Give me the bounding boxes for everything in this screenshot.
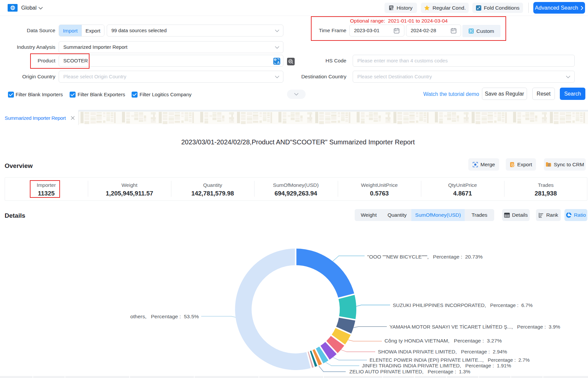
svg-text:SUZUKI PHILIPPINES INCORPORATE: SUZUKI PHILIPPINES INCORPORATED, Percent… bbox=[393, 302, 533, 308]
svg-text:Công ty HONDA VIETNAM, Perce: Công ty HONDA VIETNAM, Percentage : 3.27… bbox=[384, 338, 502, 343]
svg-text:YAMAHA MOTOR SANAYI VE TİCARET: YAMAHA MOTOR SANAYI VE TİCARET LİMİTED Ş… bbox=[389, 324, 560, 330]
svg-text:JINFEI TRADING INDIA PRIVATE L: JINFEI TRADING INDIA PRIVATE LIMITED, Pe… bbox=[362, 363, 511, 368]
svg-text:others, Percentage : 53.5%: others, Percentage : 53.5% bbox=[130, 314, 199, 319]
svg-text:"OOO ""NEW BICYCLE""", Perce: "OOO ""NEW BICYCLE""", Percentage : 20.7… bbox=[367, 254, 483, 260]
svg-text:ELENTEC POWER INDIA (EPI) PRIV: ELENTEC POWER INDIA (EPI) PRIVATE LIMITE… bbox=[370, 357, 530, 363]
svg-text:ZELIO AUTO PRIVATE LIMITED,: ZELIO AUTO PRIVATE LIMITED, Percentage :… bbox=[349, 369, 470, 374]
svg-text:SHOWA INDIA PRIVATE LIMITED,: SHOWA INDIA PRIVATE LIMITED, Percentage … bbox=[378, 349, 507, 354]
